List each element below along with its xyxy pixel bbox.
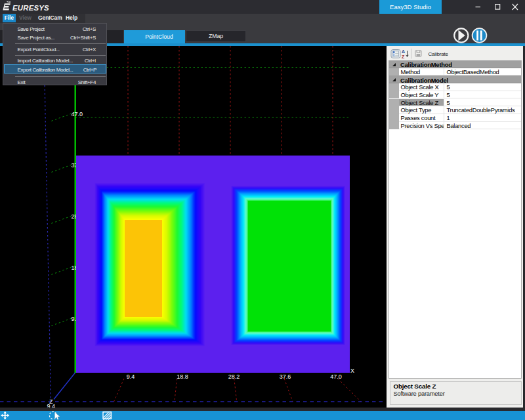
svg-text:18.8: 18.8: [177, 373, 188, 380]
svg-text:37.6: 37.6: [280, 373, 291, 380]
svg-text:28.2: 28.2: [228, 373, 240, 380]
svg-text:Calibrate: Calibrate: [429, 51, 449, 57]
svg-text:47.0: 47.0: [330, 373, 342, 380]
svg-text:EURESYS: EURESYS: [12, 4, 49, 12]
svg-text:9.4: 9.4: [127, 373, 135, 380]
svg-text:47.0: 47.0: [72, 111, 83, 117]
svg-text:A: A: [402, 49, 405, 54]
svg-text:Z: Z: [402, 54, 405, 59]
svg-text:X: X: [350, 368, 354, 374]
